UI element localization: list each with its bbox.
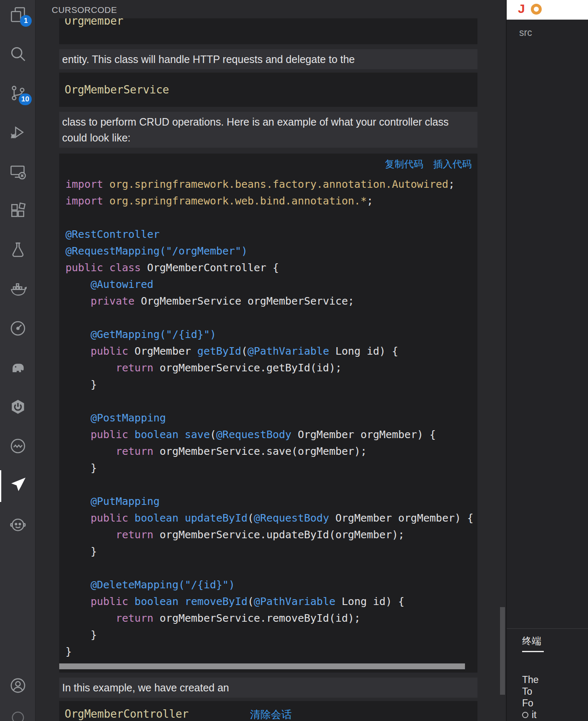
- inline-code-text: OrgMember: [59, 18, 477, 27]
- code-line: [65, 209, 477, 226]
- activity-item-docker[interactable]: [0, 270, 35, 310]
- terminal-output: TheToFo: [522, 674, 588, 709]
- activity-item-run-debug[interactable]: [0, 113, 35, 153]
- code-line: }: [65, 543, 477, 560]
- activity-item-wave[interactable]: [0, 427, 35, 466]
- code-line: }: [65, 376, 477, 393]
- horizontal-scrollbar[interactable]: [59, 663, 477, 669]
- inline-code-text: OrgMemberService: [65, 83, 169, 96]
- code-line: }: [65, 627, 477, 643]
- terminal-last-line: it: [522, 709, 588, 721]
- code-line: private OrgMemberService orgMemberServic…: [65, 293, 477, 310]
- code-line: [65, 393, 477, 410]
- wave-circle-icon: [9, 437, 27, 457]
- code-line: import org.springframework.beans.factory…: [65, 176, 477, 193]
- code-line: import org.springframework.web.bind.anno…: [65, 193, 477, 209]
- terminal-tab-underline: [522, 651, 544, 652]
- code-line: }: [65, 460, 477, 476]
- power-hexagon-icon: [9, 398, 27, 418]
- code-line: public OrgMember getById(@PathVariable L…: [65, 343, 477, 360]
- inline-code-orgmemberservice: OrgMemberService: [59, 73, 477, 107]
- code-line: return orgMemberService.save(orgMember);: [65, 443, 477, 460]
- java-file-icon: J: [518, 2, 525, 16]
- inline-code-text: OrgMemberController: [65, 708, 188, 720]
- paragraph-example: In this example, we have created an: [59, 678, 477, 698]
- code-line: [65, 560, 477, 577]
- activity-item-search[interactable]: [0, 35, 35, 74]
- assistant-message: OrgMember entity. This class will handle…: [59, 18, 477, 721]
- gauge-icon: [9, 319, 27, 339]
- editor-tab-bar[interactable]: J: [507, 0, 588, 20]
- activity-item-gauge[interactable]: [0, 310, 35, 349]
- java-code-block: 复制代码 插入代码 import org.springframework.bea…: [59, 154, 477, 673]
- extensions-icon: [9, 202, 27, 222]
- search-icon: [9, 45, 27, 65]
- code-line: @RequestMapping("/orgMember"): [65, 243, 477, 260]
- code-line: return orgMemberService.updateById(orgMe…: [65, 527, 477, 543]
- remote-explorer-icon: [9, 162, 27, 182]
- activity-item-account[interactable]: [0, 667, 35, 706]
- docker-icon: [9, 280, 27, 300]
- activity-item-power[interactable]: [0, 388, 35, 427]
- code-line: return orgMemberService.removeById(id);: [65, 610, 477, 627]
- send-icon: [9, 476, 27, 496]
- terminal-line: Fo: [522, 697, 588, 709]
- elephant-icon: [9, 358, 27, 378]
- terminal-panel: 终端 TheToFo it: [507, 628, 588, 721]
- activity-item-cursorcode[interactable]: [0, 466, 35, 506]
- source-control-badge: 10: [19, 93, 32, 105]
- activity-item-assistant[interactable]: [0, 506, 35, 545]
- breadcrumb[interactable]: src: [507, 20, 588, 38]
- spinner-icon: [522, 712, 528, 718]
- code-line: @PutMapping: [65, 493, 477, 510]
- code-line: [65, 476, 477, 493]
- code-line: @RestController: [65, 226, 477, 243]
- copy-code-button[interactable]: 复制代码: [385, 158, 423, 170]
- vertical-scrollbar-thumb[interactable]: [500, 607, 505, 695]
- code-line: public boolean save(@RequestBody OrgMemb…: [65, 426, 477, 443]
- activity-bar: 1 10: [0, 0, 35, 721]
- code-line: public class OrgMemberController {: [65, 260, 477, 276]
- app-window: 1 10: [0, 0, 588, 721]
- tab-terminal[interactable]: 终端: [522, 635, 541, 648]
- testing-beaker-icon: [9, 241, 27, 261]
- code-actions: 复制代码 插入代码: [59, 158, 477, 170]
- code-line: @Autowired: [65, 276, 477, 293]
- code-line: @PostMapping: [65, 410, 477, 426]
- account-icon: [9, 676, 27, 696]
- activity-item-extensions[interactable]: [0, 192, 35, 231]
- editor-strip: J src 终端 TheToFo it: [506, 0, 588, 721]
- run-debug-icon: [9, 123, 27, 143]
- terminal-line: To: [522, 686, 588, 697]
- settings-gear-icon[interactable]: [0, 709, 35, 721]
- code-line: @GetMapping("/{id}"): [65, 326, 477, 343]
- code-line: public boolean removeById(@PathVariable …: [65, 593, 477, 610]
- assistant-face-icon: [9, 515, 27, 535]
- paragraph-crud: class to perform CRUD operations. Here i…: [59, 112, 477, 148]
- files-badge: 1: [20, 15, 32, 27]
- code-line: [65, 310, 477, 326]
- activity-item-elephant[interactable]: [0, 349, 35, 388]
- clear-session-button[interactable]: 清除会话: [250, 708, 292, 721]
- terminal-last-text: it: [532, 709, 537, 721]
- inline-code-orgmember: OrgMember: [59, 18, 477, 44]
- file-type-ring-icon: [531, 4, 542, 15]
- terminal-line: The: [522, 674, 588, 686]
- activity-item-source-control[interactable]: 10: [0, 74, 35, 113]
- code-line: return orgMemberService.getById(id);: [65, 360, 477, 376]
- cursorcode-panel: CURSORCODE OrgMember entity. This class …: [36, 0, 506, 721]
- code-line: public boolean updateById(@RequestBody O…: [65, 510, 477, 527]
- paragraph-entity: entity. This class will handle HTTP requ…: [59, 49, 477, 69]
- panel-title: CURSORCODE: [36, 0, 506, 17]
- activity-item-remote-explorer[interactable]: [0, 153, 35, 192]
- code-line: @DeleteMapping("/{id}"): [65, 577, 477, 593]
- horizontal-scrollbar-thumb[interactable]: [59, 663, 465, 669]
- activity-item-testing[interactable]: [0, 231, 35, 270]
- code-lines: import org.springframework.beans.factory…: [59, 176, 477, 660]
- insert-code-button[interactable]: 插入代码: [433, 158, 472, 170]
- code-line: }: [65, 643, 477, 660]
- activity-item-files[interactable]: 1: [0, 0, 35, 35]
